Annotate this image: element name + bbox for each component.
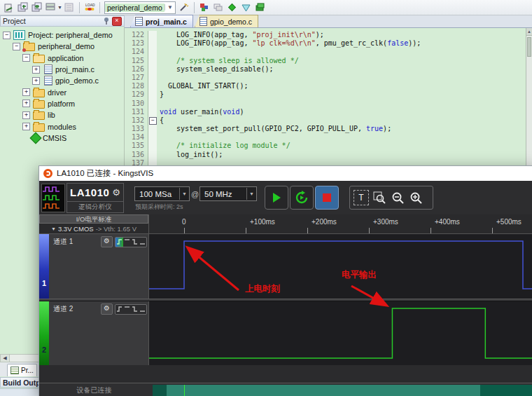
windows-layout-icon[interactable] — [212, 1, 225, 14]
falling-edge-trigger-icon[interactable] — [131, 305, 139, 314]
expander-icon[interactable]: − — [13, 43, 20, 50]
line-number: 128 — [125, 82, 148, 90]
repeat-capture-button[interactable] — [290, 186, 314, 210]
rising-edge-trigger-icon[interactable] — [115, 238, 123, 247]
expander-icon[interactable]: + — [32, 77, 40, 85]
overview-segment — [153, 385, 167, 396]
zoom-selection-button[interactable] — [371, 189, 388, 206]
dropdown-arrow-icon[interactable]: ▼ — [246, 188, 256, 200]
channel1-panel[interactable]: 1 通道 1 ⚙ — [39, 234, 149, 299]
tab-proj-main[interactable]: proj_main.c — [130, 15, 193, 27]
fold-margin — [148, 57, 157, 65]
target-selector-arrow[interactable]: ▼ — [164, 4, 175, 11]
kingst-logo — [41, 184, 65, 212]
code-line: 132−{ — [125, 116, 532, 125]
la-titlebar[interactable]: LA1010 已连接 - KingstVIS — [39, 166, 532, 181]
code-line: 126 system_sleep_disable(); — [125, 65, 532, 74]
channel2-gear-icon[interactable]: ⚙ — [101, 303, 113, 315]
zoom-in-button[interactable] — [407, 189, 424, 206]
dropdown-arrow-icon[interactable]: ▼ — [179, 188, 189, 200]
build-icon[interactable] — [16, 1, 29, 14]
target-selector[interactable]: peripheral_demo ▼ — [104, 1, 176, 14]
device-settings-gear-icon[interactable]: ⚙ — [112, 187, 120, 198]
trigger-marker-button[interactable]: T — [354, 190, 369, 205]
expected-sample-time: 预期采样时间: 2s — [135, 203, 183, 212]
device-status-text: 设备已连接 — [39, 385, 149, 395]
code-line: 124 — [125, 48, 532, 56]
scroll-left-arrow-icon[interactable]: ◀ — [1, 355, 10, 362]
chevron-down-icon[interactable]: ▼ — [51, 226, 56, 231]
tree-item[interactable]: +modules — [0, 121, 124, 132]
expander-icon[interactable]: + — [22, 123, 30, 130]
waveform-trace — [149, 308, 532, 358]
tab-project[interactable]: Pr... — [7, 364, 37, 376]
sample-count-dropdown[interactable]: 100 MSa ▼ — [134, 186, 190, 201]
ruler-label: +300ms — [373, 218, 398, 226]
falling-edge-trigger-icon[interactable] — [131, 238, 139, 247]
filter-diamond-icon[interactable] — [240, 1, 253, 14]
waveform-canvas[interactable]: 上电时刻电平输出 — [149, 234, 532, 365]
expander-icon[interactable]: + — [32, 66, 40, 74]
code-line: 130 — [125, 100, 532, 108]
pack-installer-icon[interactable] — [226, 1, 239, 14]
high-level-trigger-icon[interactable] — [123, 238, 131, 247]
zoom-out-button[interactable] — [389, 189, 406, 206]
io-level-panel[interactable]: I/O电平标准 ▼ 3.3V CMOS -> Vth: 1.65 V — [39, 214, 149, 234]
start-capture-button[interactable] — [265, 186, 288, 210]
folder-t-icon — [23, 43, 35, 51]
project-panel-title: Project — [3, 17, 103, 25]
line-number: 134 — [125, 133, 148, 142]
channel1-gear-icon[interactable]: ⚙ — [101, 236, 113, 247]
expander-icon[interactable]: + — [22, 100, 30, 107]
fold-margin[interactable]: − — [148, 116, 157, 125]
expander-icon[interactable]: − — [22, 54, 30, 62]
tree-item-label: driver — [48, 88, 66, 97]
la-header-row: I/O电平标准 ▼ 3.3V CMOS -> Vth: 1.65 V 0+100… — [39, 214, 532, 234]
sample-rate-dropdown[interactable]: 50 MHz ▼ — [200, 186, 257, 201]
device-type-label: 逻辑分析仪 — [67, 202, 123, 212]
low-level-trigger-icon[interactable] — [139, 238, 146, 247]
close-project-panel-button[interactable]: × — [112, 17, 122, 26]
fold-margin — [148, 82, 157, 90]
io-vth-value: -> Vth: 1.65 V — [96, 225, 136, 233]
high-level-trigger-icon[interactable] — [123, 305, 131, 314]
pin-icon[interactable] — [103, 17, 110, 26]
tree-item[interactable]: −Project: peripheral_demo — [0, 29, 124, 41]
capture-overview-bar[interactable] — [153, 383, 532, 396]
waveform-trace — [149, 241, 532, 289]
tree-item[interactable]: −application — [0, 53, 124, 64]
annotation-text: 电平输出 — [342, 270, 377, 280]
tree-item[interactable]: +platform — [0, 98, 124, 109]
expander-icon[interactable]: + — [22, 88, 30, 96]
expander-icon[interactable]: − — [3, 32, 10, 39]
manage-rte-cube-icon[interactable] — [198, 1, 211, 14]
load-download-icon[interactable]: LOAD — [83, 1, 96, 14]
translate-file-icon[interactable] — [2, 1, 15, 14]
tree-item[interactable]: +proj_main.c — [0, 64, 124, 75]
editor-vertical-scrollbar[interactable]: ▲ — [526, 28, 532, 165]
tree-item[interactable]: CMSIS — [0, 132, 124, 144]
stop-capture-button[interactable] — [315, 186, 339, 210]
low-level-trigger-icon[interactable] — [139, 305, 146, 314]
time-ruler[interactable]: 0+100ms+200ms+300ms+400ms+500ms — [149, 214, 532, 234]
channel2-panel[interactable]: 2 通道 2 ⚙ — [39, 301, 149, 365]
batch-build-dropdown[interactable]: ▼ — [57, 5, 62, 10]
books-package-icon[interactable] — [254, 1, 267, 14]
ruler-label: +400ms — [435, 218, 460, 226]
annotation-arrow — [351, 286, 386, 305]
expander-icon[interactable]: + — [22, 111, 30, 119]
tree-item[interactable]: +lib — [0, 109, 124, 121]
scrollbar-thumb[interactable] — [527, 37, 531, 57]
at-symbol: @ — [191, 190, 199, 198]
scroll-up-arrow-icon[interactable]: ▲ — [526, 28, 532, 36]
options-target-wand-icon[interactable] — [178, 1, 190, 14]
rebuild-icon[interactable] — [30, 1, 43, 14]
tree-item[interactable]: −peripheral_demo — [0, 41, 124, 52]
tab-gpio-demo[interactable]: gpio_demo.c — [195, 15, 258, 27]
la-statusbar: 设备已连接 — [39, 383, 532, 396]
batch-build-icon[interactable] — [44, 1, 57, 14]
tree-item[interactable]: +driver — [0, 86, 124, 97]
la-lower-gap — [39, 365, 532, 383]
tree-item[interactable]: +gpio_demo.c — [0, 75, 124, 86]
rising-edge-trigger-icon[interactable] — [115, 305, 123, 314]
